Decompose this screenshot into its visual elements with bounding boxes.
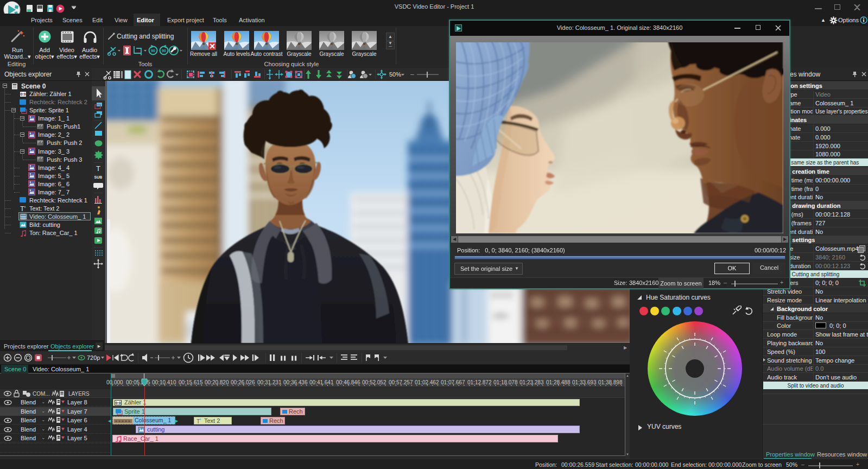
svg-text:T: T	[96, 164, 100, 173]
svg-text:90: 90	[162, 49, 166, 53]
svg-text:COM...: COM...	[33, 391, 50, 397]
svg-text:0:0: 0:0	[20, 92, 26, 96]
svg-text:T: T	[197, 419, 200, 424]
svg-text:T: T	[20, 205, 24, 212]
svg-text:–: –	[410, 71, 414, 78]
svg-text:720p: 720p	[87, 354, 100, 361]
svg-text:LAYERS: LAYERS	[68, 391, 90, 397]
svg-text:90: 90	[151, 49, 155, 53]
svg-text:SUB: SUB	[94, 175, 103, 179]
svg-text:50%: 50%	[389, 71, 401, 78]
